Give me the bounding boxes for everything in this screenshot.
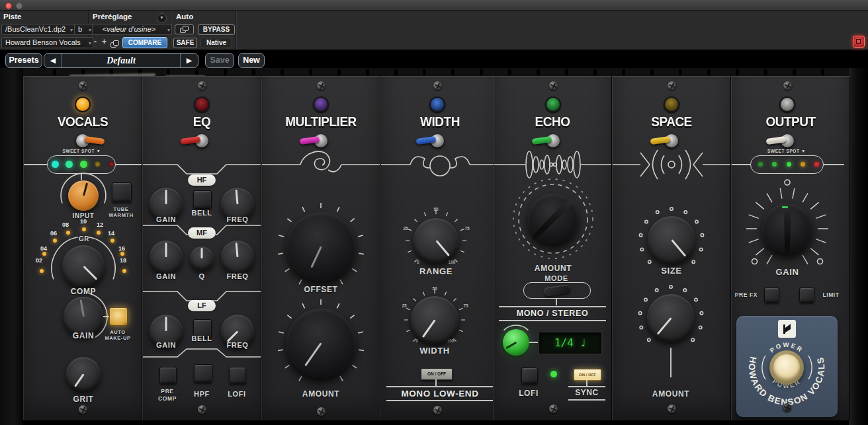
plugin-selector[interactable]: Howard Benson Vocals▾ [1,37,93,48]
hpf-button[interactable] [194,364,212,383]
vocals-lamp-icon [75,97,91,112]
offset-knob[interactable] [286,212,355,281]
range-knob[interactable] [413,218,458,263]
width-knob[interactable] [411,296,458,344]
module-title: SPACE [613,114,730,130]
input-knob[interactable] [68,180,99,211]
pre-fx-label: PRE FX [732,291,761,298]
limit-button[interactable] [799,288,814,303]
range-scale: 25 [400,226,412,231]
bypass-button[interactable]: BYPASS [198,24,235,35]
mf-gain-knob[interactable] [150,241,183,274]
sweet-spot-led [758,162,763,167]
window-titlebar [0,0,868,11]
echo-rate-knob[interactable] [503,329,529,356]
eq-lamp-icon [194,97,210,112]
knob-pointer [304,342,322,366]
pre-fx-button[interactable] [764,288,779,303]
space-amount-knob[interactable] [647,294,695,342]
echo-mode-slider[interactable] [523,282,591,299]
echo-mode-handle[interactable] [543,284,570,296]
tube-warmth-button[interactable] [112,182,132,202]
gr-scale: 10 [77,218,89,225]
knob-pointer [83,182,88,196]
screw-icon [79,81,87,90]
knob-pointer [83,266,97,280]
mf-freq-label: FREQ [218,272,257,280]
knob-pointer [435,240,450,256]
echo-sync-button[interactable]: ON / OFF [574,369,601,381]
preset-next-button[interactable]: + [102,37,107,46]
screw-icon [668,405,676,413]
divider-line [823,164,844,165]
divider-line [115,164,142,165]
mf-band-label: MF [188,227,216,239]
divider-line [386,400,494,401]
pre-comp-label: PRE COMP [148,388,187,402]
echo-lofi-button[interactable] [521,367,538,384]
sweet-spot-led [95,161,101,167]
native-button[interactable]: Native [200,38,232,48]
plugin-header: Piste Préréglage ▾ Auto /BusCleanVc1.dp2… [0,11,868,50]
output-selector-value: b [78,25,82,33]
preset-prev-button[interactable]: - [94,37,97,46]
comp-knob[interactable] [62,245,105,288]
presets-button[interactable]: Presets [5,53,42,68]
howard-benson-badge: HOWARD BENSON VOCALS POWER POWER [736,316,838,417]
current-preset-name[interactable]: Default [62,54,180,67]
mf-gain-label: GAIN [146,272,186,280]
preset-menu-icon[interactable]: ▾ [157,13,167,23]
minimize-window-icon[interactable] [16,3,22,9]
knob-pointer [656,317,672,334]
output-selector[interactable]: b▾ [74,24,93,35]
multiplier-amount-knob[interactable] [286,309,355,377]
module-title: VOCALS [24,114,142,130]
knob-pointer [165,190,167,204]
hf-bell-button[interactable] [193,190,212,209]
divider-line [732,164,750,165]
auto-enable-button[interactable] [175,24,194,34]
mf-freq-knob[interactable] [221,241,254,274]
makeup-gain-knob[interactable] [64,297,103,336]
multiplier-divider-spiral [262,145,380,184]
sweet-spot-led [65,161,73,168]
module-title: MULTIPLIER [262,114,380,130]
echo-rate-display[interactable]: 1/4 ♩ [538,331,603,355]
target-button[interactable] [853,36,865,48]
sweet-spot-led [787,162,791,167]
space-divider-glyph [613,145,730,191]
screw-icon [317,407,326,416]
preset-prev-arrow[interactable]: ◀ [44,54,62,67]
screw-icon [668,81,676,90]
pre-comp-button[interactable] [159,367,177,384]
track-selector[interactable]: /BusCleanVc1.dp2▾ [1,24,75,35]
auto-makeup-button[interactable] [109,307,128,326]
module-space: SPACE SIZE AMOUNT [612,76,731,420]
knob-pointer [422,319,436,338]
grit-knob[interactable] [66,357,101,391]
hf-band-label: HF [188,174,216,186]
gr-scale: 08 [60,221,71,228]
close-window-icon[interactable] [5,3,12,9]
mf-q-label: Q [182,272,222,280]
power-button[interactable] [773,354,800,381]
size-knob[interactable] [648,216,695,264]
preset-selector[interactable]: <valeur d'usine>▾ [92,24,172,35]
connector-line [556,299,557,305]
eq-lofi-button[interactable] [229,367,246,384]
hpf-label: HPF [183,390,221,398]
mono-low-end-button[interactable]: ON / OFF [421,368,453,380]
new-button[interactable]: New [238,53,265,68]
width-lamp-icon [429,97,445,112]
save-button[interactable]: Save [205,53,234,68]
mf-q-knob[interactable] [190,247,214,270]
compare-button[interactable]: COMPARE [122,37,167,48]
preset-next-arrow[interactable]: ▶ [180,54,198,67]
preset-selector-value: <valeur d'usine> [103,25,155,33]
module-output: OUTPUT SWEET SPOT ▼ GAIN PRE FX LIMIT [731,76,850,420]
safe-button[interactable]: SAFE [173,38,197,48]
range-scale: 75 [461,226,473,231]
librarian-icon[interactable] [110,40,119,48]
output-gain-label: GAIN [761,267,814,277]
lf-band-label: LF [188,300,216,311]
